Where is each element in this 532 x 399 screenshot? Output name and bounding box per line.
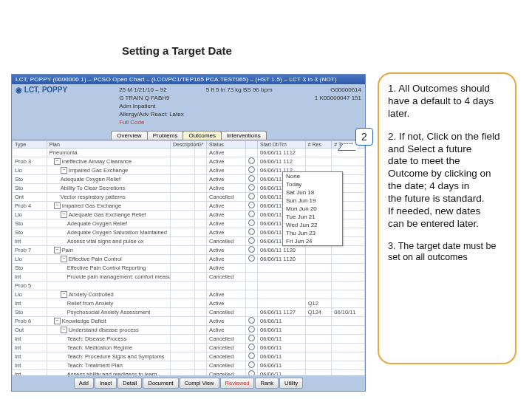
patient-name-text: LCT, POPPY bbox=[24, 86, 67, 94]
tree-toggle-icon[interactable]: − bbox=[61, 327, 67, 333]
date-option[interactable]: Sat Jun 18 bbox=[283, 188, 342, 197]
table-row[interactable]: Prob 7−PainActive06/06/11 1120 bbox=[13, 246, 365, 255]
full-code-link[interactable]: Full Code bbox=[119, 118, 184, 126]
detail-button[interactable]: Detail bbox=[117, 378, 142, 389]
table-row[interactable]: IntTeach: Disease ProcessCancelled06/06/… bbox=[13, 335, 365, 344]
page-title: Setting a Target Date bbox=[122, 44, 232, 57]
table-row[interactable]: IntRelief from AnxietyActiveQ12 bbox=[13, 299, 365, 308]
patient-name: ◉ LCT, POPPY bbox=[16, 86, 67, 94]
row-radio[interactable] bbox=[248, 344, 255, 350]
row-radio[interactable] bbox=[248, 317, 255, 324]
row-radio[interactable] bbox=[248, 370, 255, 375]
row-radio[interactable] bbox=[248, 157, 255, 164]
table-row[interactable]: Llo−Anxiety ControlledActive bbox=[13, 290, 365, 299]
date-popup[interactable]: NoneTodaySat Jun 18Sun Jun 19Mon Jun 20T… bbox=[282, 171, 343, 246]
tab-overview[interactable]: Overview bbox=[111, 131, 147, 140]
table-row[interactable]: IntTeach: Procedure Signs and SymptomsCa… bbox=[13, 352, 365, 361]
row-radio[interactable] bbox=[248, 219, 255, 226]
tab-problems[interactable]: Problems bbox=[147, 131, 184, 140]
alert-line: Adm Inpatient bbox=[119, 102, 184, 110]
row-radio[interactable] bbox=[248, 352, 255, 359]
tab-strip: Overview Problems Outcomes Interventions bbox=[12, 128, 365, 140]
add-button[interactable]: Add bbox=[74, 378, 94, 389]
row-radio[interactable] bbox=[248, 175, 255, 182]
table-row[interactable]: Out−Understand disease processActive06/0… bbox=[13, 326, 365, 335]
table-row[interactable]: IntTeach: Treatment PlanCancelled06/06/1… bbox=[13, 361, 365, 370]
col-res[interactable]: # Res bbox=[305, 141, 332, 149]
table-row[interactable]: IntAssess ability and readiness to learn… bbox=[13, 370, 365, 376]
tree-toggle-icon[interactable]: − bbox=[54, 158, 61, 165]
col-sel[interactable] bbox=[246, 141, 258, 149]
instruction-box: 1. All Outcomes should have a default to… bbox=[378, 72, 516, 364]
col-desc[interactable]: Description bbox=[170, 141, 194, 149]
date-option[interactable]: Sun Jun 19 bbox=[283, 197, 342, 205]
table-row[interactable]: StoEffective Pain Control ReportingActiv… bbox=[13, 264, 365, 273]
account-2: 1 K00000047 151 bbox=[315, 94, 361, 102]
date-option[interactable]: Tue Jun 21 bbox=[283, 213, 342, 221]
account-1: G00000614 bbox=[315, 86, 361, 94]
grid-area: Type Plan Description G* Status Start Dt… bbox=[12, 140, 365, 375]
tree-toggle-icon[interactable]: − bbox=[61, 291, 67, 298]
table-row[interactable]: StoPsychosocial Anxiety AssessmentCancel… bbox=[13, 308, 365, 317]
dob-line: 25 M 1/21/10 – 92 bbox=[119, 86, 184, 94]
col-plan[interactable]: Plan bbox=[47, 141, 170, 149]
table-row[interactable]: IntProvide pain management: comfort meas… bbox=[13, 273, 365, 282]
rank-button[interactable]: Rank bbox=[255, 378, 279, 389]
app-window: LCT, POPPY (0000000 1) – PCSO Open Chart… bbox=[11, 74, 366, 392]
utility-button[interactable]: Utility bbox=[279, 378, 303, 389]
alert-line-2: Allergy/Adv React: Latex bbox=[119, 110, 184, 118]
col-start[interactable]: Start Dt/Tm bbox=[258, 141, 306, 149]
row-radio[interactable] bbox=[248, 228, 255, 235]
date-option[interactable]: Mon Jun 20 bbox=[283, 205, 342, 213]
row-radio[interactable] bbox=[248, 237, 255, 244]
row-radio[interactable] bbox=[248, 335, 255, 341]
row-radio[interactable] bbox=[248, 246, 255, 253]
table-row[interactable]: Llo−Effective Pain ControlActive06/06/11… bbox=[13, 255, 365, 264]
instruction-2: 2. If not, Click on the field and Select… bbox=[388, 131, 506, 231]
patient-header: ◉ LCT, POPPY 25 M 1/21/10 – 92 G TRAIN Q… bbox=[12, 84, 365, 128]
row-radio[interactable] bbox=[248, 361, 255, 368]
tree-toggle-icon[interactable]: − bbox=[54, 318, 61, 324]
inact-button[interactable]: Inact bbox=[95, 378, 117, 389]
date-option[interactable]: Wed Jun 22 bbox=[283, 221, 342, 229]
mrn-line: G TRAIN Q FABH9 bbox=[119, 94, 184, 102]
tree-toggle-icon[interactable]: − bbox=[61, 256, 67, 262]
date-option[interactable]: Fri Jun 24 bbox=[283, 237, 342, 245]
date-option[interactable]: Thu Jun 23 bbox=[283, 229, 342, 237]
col-type[interactable]: Type bbox=[13, 141, 47, 149]
table-row[interactable]: Prob 6−Knowledge DeficitActive06/06/11 bbox=[13, 317, 365, 326]
instruction-3: 3. The target date must be set on all ou… bbox=[388, 241, 506, 264]
row-radio[interactable] bbox=[248, 193, 255, 200]
table-row[interactable]: PneumoniaActive06/06/11 1112 bbox=[13, 149, 365, 157]
vitals-line: 5 ft 5 in 73 kg BS 96 bpm bbox=[206, 86, 273, 94]
col-status[interactable]: Status bbox=[206, 141, 245, 149]
reviewed-button[interactable]: Reviewed bbox=[220, 378, 255, 389]
instruction-1: 1. All Outcomes should have a default to… bbox=[388, 83, 506, 120]
table-row[interactable]: Prob 3−Ineffective Airway ClearanceActiv… bbox=[13, 157, 365, 166]
complete-button[interactable]: Compl View bbox=[180, 378, 219, 389]
row-radio[interactable] bbox=[248, 166, 255, 173]
row-radio[interactable] bbox=[248, 255, 255, 262]
tree-toggle-icon[interactable]: − bbox=[61, 211, 67, 218]
row-radio[interactable] bbox=[248, 184, 255, 191]
toolbar: Add Inact Detail Document Compl View Rev… bbox=[12, 375, 365, 391]
row-radio[interactable] bbox=[248, 202, 255, 208]
tab-outcomes[interactable]: Outcomes bbox=[183, 131, 221, 140]
row-radio[interactable] bbox=[248, 211, 255, 217]
tab-interventions[interactable]: Interventions bbox=[221, 131, 267, 140]
tree-toggle-icon[interactable]: − bbox=[61, 167, 67, 174]
document-button[interactable]: Document bbox=[143, 378, 178, 389]
date-option[interactable]: Today bbox=[283, 180, 342, 188]
callout-number-2: 2 bbox=[355, 128, 373, 146]
tree-toggle-icon[interactable]: − bbox=[54, 247, 61, 253]
table-row[interactable]: Prob 5 bbox=[13, 282, 365, 290]
window-titlebar: LCT, POPPY (0000000 1) – PCSO Open Chart… bbox=[12, 75, 365, 84]
table-row[interactable]: IntTeach: Medication RegimeCancelled06/0… bbox=[13, 344, 365, 352]
row-radio[interactable] bbox=[248, 326, 255, 332]
date-option[interactable]: None bbox=[283, 172, 342, 180]
tree-toggle-icon[interactable]: − bbox=[54, 202, 61, 209]
